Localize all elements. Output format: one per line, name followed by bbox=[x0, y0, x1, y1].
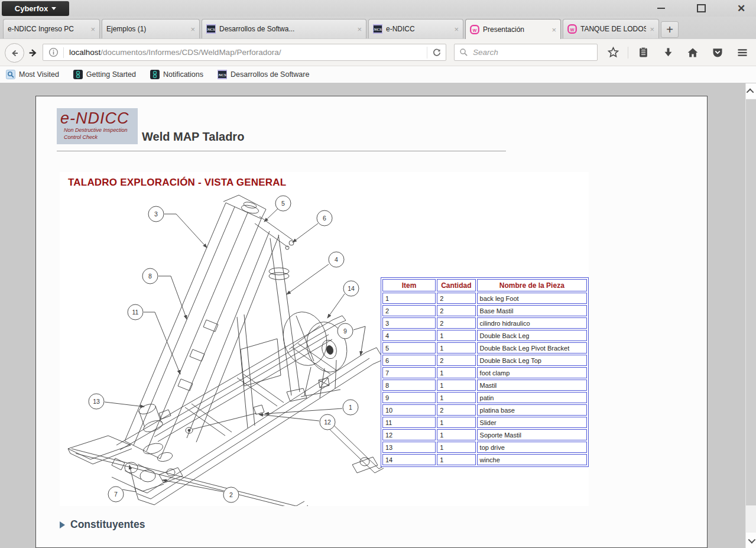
tab-close-button[interactable]: × bbox=[90, 25, 95, 34]
table-cell: 2 bbox=[437, 404, 475, 416]
callout-leader-line bbox=[287, 264, 329, 294]
table-row: 32cilindro hidraulico bbox=[382, 317, 587, 329]
table-row: 81Mastil bbox=[382, 380, 587, 391]
callout-leader-line bbox=[327, 294, 345, 318]
wamp-favicon: w bbox=[567, 24, 577, 34]
tab-1[interactable]: e-NDICC Ingreso PC× bbox=[3, 19, 100, 38]
table-cell: Double Back Leg Pivot Bracket bbox=[477, 342, 587, 354]
maximize-button[interactable] bbox=[692, 2, 710, 15]
close-button[interactable]: ✕ bbox=[732, 2, 750, 15]
url-path: /documentos/Informes/CDS/WeldMap/Perfora… bbox=[100, 48, 281, 57]
url-bar[interactable]: localhost/documentos/Informes/CDS/WeldMa… bbox=[43, 44, 446, 61]
scrollbar-thumb[interactable] bbox=[746, 99, 756, 505]
endicc-logo: e-NDICC Non Destructive Inspection Contr… bbox=[57, 108, 138, 144]
new-tab-button[interactable]: + bbox=[661, 21, 679, 38]
table-cell: 2 bbox=[382, 305, 436, 316]
nav-buttons bbox=[5, 43, 41, 63]
table-cell: Slider bbox=[477, 417, 587, 428]
callout-leader-line bbox=[259, 414, 319, 421]
bookmark-label: Most Visited bbox=[19, 70, 59, 79]
scroll-up-button[interactable] bbox=[746, 83, 756, 99]
minimize-button[interactable] bbox=[652, 2, 670, 15]
callout-number: 11 bbox=[132, 309, 139, 316]
back-icon bbox=[10, 48, 20, 58]
tab-close-button[interactable]: × bbox=[650, 25, 654, 34]
disclosure-triangle-icon bbox=[60, 521, 65, 528]
window-controls: ✕ bbox=[652, 0, 750, 17]
tab-close-button[interactable]: × bbox=[357, 25, 362, 34]
search-input[interactable] bbox=[472, 47, 597, 57]
search-icon bbox=[459, 48, 468, 57]
pocket-icon bbox=[712, 47, 723, 59]
tab-3[interactable]: NCSDesarrollos de Softwa...× bbox=[202, 19, 366, 38]
chevron-down-icon bbox=[51, 7, 56, 10]
bookmark-item[interactable]: Getting Started bbox=[73, 70, 136, 79]
bookmark-star-button[interactable] bbox=[606, 46, 619, 59]
download-icon bbox=[663, 47, 674, 58]
table-row: 62Double Back Leg Top bbox=[382, 355, 587, 366]
search-box[interactable] bbox=[454, 44, 598, 61]
svg-text:NCS: NCS bbox=[218, 73, 226, 77]
downloads-button[interactable] bbox=[661, 46, 674, 59]
table-row: 12back leg Foot bbox=[382, 293, 587, 304]
svg-text:NCS: NCS bbox=[373, 27, 382, 32]
jack-crank bbox=[186, 405, 264, 433]
callout-leader-line bbox=[265, 408, 342, 414]
tab-close-button[interactable]: × bbox=[454, 25, 459, 34]
callout-number: 7 bbox=[114, 491, 118, 498]
wamp-favicon: w bbox=[470, 25, 479, 34]
foot-clamp bbox=[112, 458, 183, 491]
bookmark-item[interactable]: Most Visited bbox=[6, 70, 59, 79]
tab-close-button[interactable]: × bbox=[190, 25, 195, 34]
forward-button[interactable] bbox=[24, 44, 41, 62]
callout-leader-line bbox=[293, 223, 318, 242]
callout-number: 14 bbox=[348, 285, 355, 292]
menu-button[interactable] bbox=[736, 46, 749, 59]
table-cell: 1 bbox=[437, 392, 475, 403]
reload-button[interactable] bbox=[427, 47, 442, 59]
constituyentes-toggle[interactable]: Constituyentes bbox=[60, 518, 145, 531]
bookmark-item[interactable]: NCSDesarrollos de Software bbox=[218, 70, 309, 79]
table-row: 111Slider bbox=[382, 417, 587, 428]
table-cell: 9 bbox=[382, 392, 436, 403]
callout-leader-line bbox=[264, 209, 278, 222]
svg-text:w: w bbox=[570, 27, 575, 33]
home-button[interactable] bbox=[686, 46, 699, 59]
info-icon[interactable] bbox=[48, 47, 59, 57]
vertical-scrollbar[interactable] bbox=[745, 83, 756, 548]
scroll-down-button[interactable] bbox=[746, 533, 756, 548]
bookmarks-menu-button[interactable] bbox=[637, 46, 650, 59]
callout-balloons: 35648141191311272 bbox=[89, 196, 365, 502]
clipboard-icon bbox=[638, 47, 649, 58]
pocket-button[interactable] bbox=[711, 46, 724, 59]
table-cell: foot clamp bbox=[477, 367, 587, 378]
table-row: 121Soporte Mastil bbox=[382, 429, 587, 440]
close-icon: ✕ bbox=[737, 4, 745, 14]
app-menu-button[interactable]: Cyberfox bbox=[2, 1, 69, 16]
table-cell: 1 bbox=[437, 380, 475, 391]
url-text[interactable]: localhost/documentos/Informes/CDS/WeldMa… bbox=[69, 48, 423, 57]
table-cell: 1 bbox=[437, 454, 475, 465]
heading-rule bbox=[57, 151, 506, 151]
tab-label: Ejemplos (1) bbox=[106, 25, 187, 33]
table-cell: 1 bbox=[437, 367, 475, 378]
tab-6[interactable]: wTANQUE DE LODOS× bbox=[563, 19, 659, 38]
tab-strip: e-NDICC Ingreso PC×Ejemplos (1)×NCSDesar… bbox=[3, 19, 679, 39]
back-button[interactable] bbox=[5, 43, 24, 63]
tab-2[interactable]: Ejemplos (1)× bbox=[102, 19, 200, 38]
tab-4[interactable]: NCSe-NDICC× bbox=[368, 19, 463, 38]
table-row: 102platina base bbox=[382, 404, 587, 416]
tab-close-button[interactable]: × bbox=[551, 25, 556, 34]
star-icon bbox=[607, 46, 619, 59]
tab-label: TANQUE DE LODOS bbox=[580, 25, 646, 33]
tab-5[interactable]: wPresentación× bbox=[465, 19, 561, 40]
parts-col-header: Cantidad bbox=[437, 279, 475, 291]
bookmark-item[interactable]: Notifications bbox=[150, 70, 203, 79]
bookmarks-toolbar: Most VisitedGetting StartedNotifications… bbox=[0, 66, 756, 83]
parts-table-header-row: ItemCantidadNombre de la Pieza bbox=[382, 279, 587, 291]
drawing-title: TALADRO EXPLORACIÓN - VISTA GENERAL bbox=[68, 177, 286, 189]
table-cell: back leg Foot bbox=[477, 293, 587, 304]
toolbar-separator bbox=[628, 47, 628, 59]
table-row: 51Double Back Leg Pivot Bracket bbox=[382, 342, 587, 354]
callout-number: 12 bbox=[324, 419, 331, 426]
